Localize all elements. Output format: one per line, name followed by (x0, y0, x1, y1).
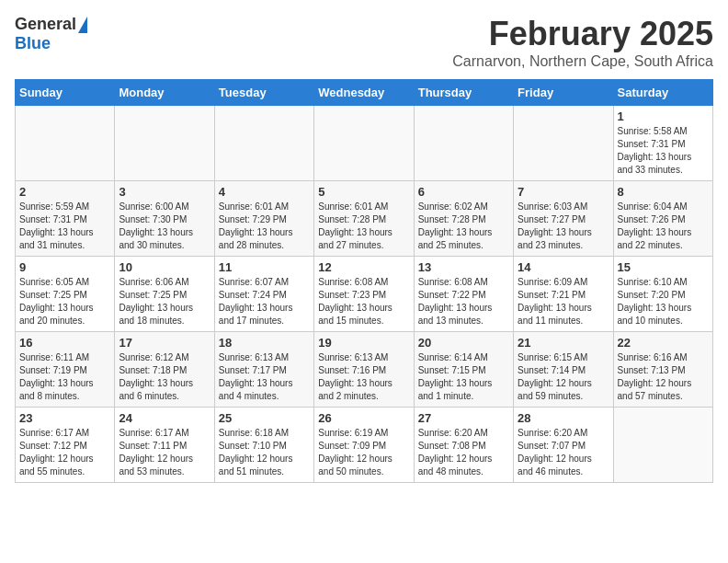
calendar-week-4: 23Sunrise: 6:17 AM Sunset: 7:12 PM Dayli… (16, 408, 713, 483)
day-number: 4 (219, 185, 310, 199)
day-number: 8 (618, 185, 709, 199)
calendar-cell: 24Sunrise: 6:17 AM Sunset: 7:11 PM Dayli… (115, 408, 214, 483)
day-number: 14 (518, 260, 609, 274)
day-header-tuesday: Tuesday (214, 80, 313, 106)
calendar-cell (314, 106, 414, 181)
day-info: Sunrise: 6:11 AM Sunset: 7:19 PM Dayligh… (19, 351, 110, 403)
day-info: Sunrise: 6:05 AM Sunset: 7:25 PM Dayligh… (19, 276, 110, 327)
calendar-cell: 6Sunrise: 6:02 AM Sunset: 7:28 PM Daylig… (414, 181, 513, 257)
day-number: 6 (418, 185, 509, 199)
day-info: Sunrise: 6:08 AM Sunset: 7:23 PM Dayligh… (318, 276, 409, 327)
day-number: 12 (318, 260, 409, 274)
calendar-cell: 19Sunrise: 6:13 AM Sunset: 7:16 PM Dayli… (314, 332, 414, 408)
day-info: Sunrise: 6:01 AM Sunset: 7:28 PM Dayligh… (318, 201, 409, 252)
calendar-cell: 14Sunrise: 6:09 AM Sunset: 7:21 PM Dayli… (514, 257, 613, 332)
day-number: 13 (418, 260, 509, 274)
logo-general-text: General (15, 15, 76, 34)
day-number: 27 (418, 411, 509, 425)
logo-blue-text: Blue (15, 34, 51, 53)
calendar-cell: 1Sunrise: 5:58 AM Sunset: 7:31 PM Daylig… (613, 106, 712, 181)
day-header-saturday: Saturday (613, 80, 712, 106)
calendar-cell (613, 408, 712, 483)
day-number: 15 (618, 260, 709, 274)
location-title: Carnarvon, Northern Cape, South Africa (452, 53, 713, 70)
day-info: Sunrise: 6:20 AM Sunset: 7:07 PM Dayligh… (518, 427, 609, 478)
day-info: Sunrise: 6:09 AM Sunset: 7:21 PM Dayligh… (518, 276, 609, 327)
logo: General Blue (15, 15, 87, 53)
day-info: Sunrise: 6:00 AM Sunset: 7:30 PM Dayligh… (119, 201, 210, 252)
calendar-week-1: 2Sunrise: 5:59 AM Sunset: 7:31 PM Daylig… (16, 181, 713, 257)
day-info: Sunrise: 6:01 AM Sunset: 7:29 PM Dayligh… (219, 201, 310, 252)
calendar-cell: 21Sunrise: 6:15 AM Sunset: 7:14 PM Dayli… (514, 332, 613, 408)
calendar-cell (514, 106, 613, 181)
header: General Blue February 2025 Carnarvon, No… (15, 15, 713, 70)
calendar-cell (214, 106, 313, 181)
day-number: 28 (518, 411, 609, 425)
day-number: 21 (518, 336, 609, 350)
month-title: February 2025 (452, 15, 713, 53)
calendar-cell: 23Sunrise: 6:17 AM Sunset: 7:12 PM Dayli… (16, 408, 115, 483)
calendar-cell: 10Sunrise: 6:06 AM Sunset: 7:25 PM Dayli… (115, 257, 214, 332)
calendar-cell: 28Sunrise: 6:20 AM Sunset: 7:07 PM Dayli… (514, 408, 613, 483)
day-info: Sunrise: 6:19 AM Sunset: 7:09 PM Dayligh… (318, 427, 409, 478)
calendar-cell: 20Sunrise: 6:14 AM Sunset: 7:15 PM Dayli… (414, 332, 513, 408)
day-number: 24 (119, 411, 210, 425)
day-info: Sunrise: 6:17 AM Sunset: 7:11 PM Dayligh… (119, 427, 210, 478)
title-area: February 2025 Carnarvon, Northern Cape, … (452, 15, 713, 70)
calendar-cell: 12Sunrise: 6:08 AM Sunset: 7:23 PM Dayli… (314, 257, 414, 332)
day-info: Sunrise: 6:13 AM Sunset: 7:16 PM Dayligh… (318, 351, 409, 403)
calendar-cell: 18Sunrise: 6:13 AM Sunset: 7:17 PM Dayli… (214, 332, 313, 408)
day-number: 22 (618, 336, 709, 350)
day-number: 25 (219, 411, 310, 425)
day-info: Sunrise: 6:04 AM Sunset: 7:26 PM Dayligh… (618, 201, 709, 252)
day-info: Sunrise: 6:10 AM Sunset: 7:20 PM Dayligh… (618, 276, 709, 327)
calendar-cell: 22Sunrise: 6:16 AM Sunset: 7:13 PM Dayli… (613, 332, 712, 408)
day-header-monday: Monday (115, 80, 214, 106)
day-number: 9 (19, 260, 110, 274)
day-number: 1 (618, 109, 709, 123)
day-info: Sunrise: 6:18 AM Sunset: 7:10 PM Dayligh… (219, 427, 310, 478)
calendar-cell: 7Sunrise: 6:03 AM Sunset: 7:27 PM Daylig… (514, 181, 613, 257)
day-number: 7 (518, 185, 609, 199)
day-number: 2 (19, 185, 110, 199)
calendar-cell: 16Sunrise: 6:11 AM Sunset: 7:19 PM Dayli… (16, 332, 115, 408)
day-number: 11 (219, 260, 310, 274)
day-number: 10 (119, 260, 210, 274)
calendar-cell (414, 106, 513, 181)
calendar-cell: 2Sunrise: 5:59 AM Sunset: 7:31 PM Daylig… (16, 181, 115, 257)
calendar-cell: 11Sunrise: 6:07 AM Sunset: 7:24 PM Dayli… (214, 257, 313, 332)
day-number: 16 (19, 336, 110, 350)
calendar-week-0: 1Sunrise: 5:58 AM Sunset: 7:31 PM Daylig… (16, 106, 713, 181)
calendar-cell: 13Sunrise: 6:08 AM Sunset: 7:22 PM Dayli… (414, 257, 513, 332)
logo-triangle-icon (78, 17, 87, 33)
day-info: Sunrise: 6:12 AM Sunset: 7:18 PM Dayligh… (119, 351, 210, 403)
calendar-cell: 27Sunrise: 6:20 AM Sunset: 7:08 PM Dayli… (414, 408, 513, 483)
day-number: 5 (318, 185, 409, 199)
day-number: 20 (418, 336, 509, 350)
day-info: Sunrise: 6:03 AM Sunset: 7:27 PM Dayligh… (518, 201, 609, 252)
day-info: Sunrise: 6:13 AM Sunset: 7:17 PM Dayligh… (219, 351, 310, 403)
day-number: 19 (318, 336, 409, 350)
day-info: Sunrise: 5:58 AM Sunset: 7:31 PM Dayligh… (618, 125, 709, 177)
calendar-cell: 4Sunrise: 6:01 AM Sunset: 7:29 PM Daylig… (214, 181, 313, 257)
calendar-cell (16, 106, 115, 181)
calendar-header-row: SundayMondayTuesdayWednesdayThursdayFrid… (16, 80, 713, 106)
day-info: Sunrise: 6:17 AM Sunset: 7:12 PM Dayligh… (19, 427, 110, 478)
day-info: Sunrise: 6:20 AM Sunset: 7:08 PM Dayligh… (418, 427, 509, 478)
calendar-week-2: 9Sunrise: 6:05 AM Sunset: 7:25 PM Daylig… (16, 257, 713, 332)
day-number: 17 (119, 336, 210, 350)
day-header-thursday: Thursday (414, 80, 513, 106)
day-info: Sunrise: 6:02 AM Sunset: 7:28 PM Dayligh… (418, 201, 509, 252)
day-info: Sunrise: 6:08 AM Sunset: 7:22 PM Dayligh… (418, 276, 509, 327)
day-header-wednesday: Wednesday (314, 80, 414, 106)
calendar-cell: 5Sunrise: 6:01 AM Sunset: 7:28 PM Daylig… (314, 181, 414, 257)
calendar-cell: 25Sunrise: 6:18 AM Sunset: 7:10 PM Dayli… (214, 408, 313, 483)
day-info: Sunrise: 6:15 AM Sunset: 7:14 PM Dayligh… (518, 351, 609, 403)
calendar-cell: 15Sunrise: 6:10 AM Sunset: 7:20 PM Dayli… (613, 257, 712, 332)
calendar-cell: 17Sunrise: 6:12 AM Sunset: 7:18 PM Dayli… (115, 332, 214, 408)
calendar-cell (115, 106, 214, 181)
calendar-week-3: 16Sunrise: 6:11 AM Sunset: 7:19 PM Dayli… (16, 332, 713, 408)
calendar-cell: 9Sunrise: 6:05 AM Sunset: 7:25 PM Daylig… (16, 257, 115, 332)
day-info: Sunrise: 6:16 AM Sunset: 7:13 PM Dayligh… (618, 351, 709, 403)
day-info: Sunrise: 6:07 AM Sunset: 7:24 PM Dayligh… (219, 276, 310, 327)
